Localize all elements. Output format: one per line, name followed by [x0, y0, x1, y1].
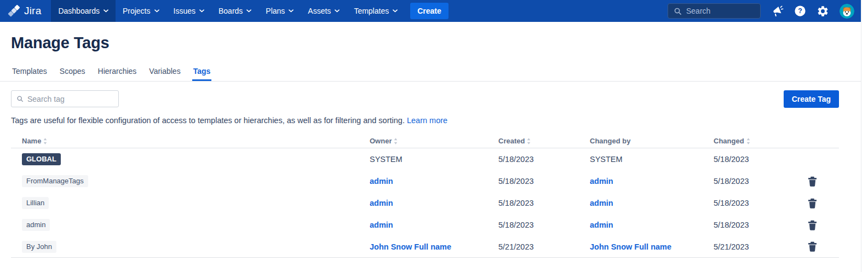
- tag-name-badge: Lillian: [22, 197, 49, 209]
- delete-tag-button[interactable]: [803, 194, 821, 212]
- changed-date: 5/21/2023: [714, 242, 749, 251]
- chevron-down-icon: [199, 9, 204, 13]
- nav-item-plans[interactable]: Plans: [258, 0, 301, 22]
- help-icon: ?: [794, 5, 806, 17]
- owner-link[interactable]: admin: [370, 221, 393, 229]
- trash-icon: [808, 198, 817, 209]
- table-row: By JohnJohn Snow Full name5/21/2023John …: [11, 236, 839, 258]
- vertical-scrollbar[interactable]: [861, 0, 868, 272]
- table-row: adminadmin5/18/2023admin5/18/2023: [11, 214, 839, 236]
- changed-by-link[interactable]: admin: [590, 221, 613, 229]
- created-date: 5/18/2023: [498, 155, 534, 164]
- owner-link[interactable]: John Snow Full name: [370, 242, 451, 251]
- nav-item-issues[interactable]: Issues: [166, 0, 211, 22]
- sort-icon: [746, 138, 750, 144]
- column-label: Changed: [714, 137, 744, 145]
- column-header-owner[interactable]: Owner: [370, 137, 498, 145]
- chevron-down-icon: [246, 9, 251, 13]
- tag-search-input[interactable]: [27, 95, 110, 103]
- jira-logo-icon: [8, 5, 20, 18]
- column-label: Owner: [370, 137, 392, 145]
- tabs: TemplatesScopesHierarchiesVariablesTags: [11, 67, 839, 81]
- nav-item-label: Issues: [174, 7, 196, 15]
- nav-item-dashboards[interactable]: Dashboards: [51, 0, 116, 22]
- help-button[interactable]: ?: [794, 5, 806, 17]
- tab-templates[interactable]: Templates: [11, 67, 48, 81]
- announcement-button[interactable]: [771, 5, 784, 18]
- owner-link[interactable]: admin: [370, 199, 393, 207]
- table-row: FromManageTagsadmin5/18/2023admin5/18/20…: [11, 170, 839, 192]
- nav-item-templates[interactable]: Templates: [347, 0, 405, 22]
- table-header: NameOwnerCreatedChanged byChanged: [11, 134, 839, 148]
- delete-tag-button[interactable]: [803, 172, 821, 190]
- column-header-changed[interactable]: Changed: [714, 137, 801, 145]
- table-row: Lillianadmin5/18/2023admin5/18/2023: [11, 192, 839, 214]
- nav-item-label: Projects: [123, 7, 151, 15]
- chevron-down-icon: [393, 9, 398, 13]
- dog-avatar-icon: [840, 4, 854, 19]
- changed-by-text: SYSTEM: [590, 155, 623, 164]
- settings-button[interactable]: [817, 5, 829, 18]
- nav-item-label: Dashboards: [58, 7, 100, 15]
- gear-icon: [817, 5, 829, 18]
- create-button[interactable]: Create: [410, 3, 449, 19]
- nav-item-assets[interactable]: Assets: [301, 0, 347, 22]
- nav-item-label: Boards: [219, 7, 243, 15]
- top-navbar: Jira DashboardsProjectsIssuesBoardsPlans…: [0, 0, 868, 22]
- created-date: 5/18/2023: [498, 221, 534, 229]
- jira-logo[interactable]: Jira: [0, 0, 51, 22]
- chevron-down-icon: [335, 9, 340, 13]
- global-search-input[interactable]: [686, 7, 752, 15]
- sort-icon: [43, 138, 47, 144]
- delete-tag-button[interactable]: [803, 238, 821, 256]
- tags-table: NameOwnerCreatedChanged byChanged GLOBAL…: [11, 134, 839, 258]
- delete-tag-button[interactable]: [803, 216, 821, 234]
- trash-icon: [808, 220, 817, 230]
- nav-item-projects[interactable]: Projects: [116, 0, 166, 22]
- tab-tags[interactable]: Tags: [192, 67, 212, 81]
- created-date: 5/21/2023: [498, 242, 534, 251]
- nav-item-label: Assets: [308, 7, 331, 15]
- owner-text: SYSTEM: [370, 155, 403, 164]
- tag-name-badge: FromManageTags: [22, 175, 88, 187]
- created-date: 5/18/2023: [498, 199, 534, 207]
- announcement-icon: [771, 5, 784, 18]
- column-header-created[interactable]: Created: [498, 137, 590, 145]
- search-icon: [674, 7, 682, 15]
- column-label: Created: [498, 137, 525, 145]
- sort-icon: [527, 138, 531, 144]
- changed-by-link[interactable]: admin: [590, 177, 613, 186]
- user-avatar[interactable]: [840, 4, 854, 19]
- nav-item-boards[interactable]: Boards: [211, 0, 258, 22]
- page-title: Manage Tags: [11, 32, 839, 53]
- column-label: Name: [22, 137, 41, 145]
- global-search[interactable]: [668, 3, 761, 19]
- changed-by-link[interactable]: John Snow Full name: [590, 242, 671, 251]
- brand-name: Jira: [24, 5, 41, 17]
- changed-date: 5/18/2023: [714, 221, 749, 229]
- owner-link[interactable]: admin: [370, 177, 393, 186]
- chevron-down-icon: [154, 9, 159, 13]
- page-content: Manage Tags TemplatesScopesHierarchiesVa…: [0, 32, 868, 258]
- nav-item-label: Plans: [266, 7, 285, 15]
- tag-search[interactable]: [11, 90, 119, 107]
- created-date: 5/18/2023: [498, 177, 534, 186]
- trash-icon: [808, 241, 817, 252]
- tabs-container: TemplatesScopesHierarchiesVariablesTags: [0, 67, 868, 82]
- tab-variables[interactable]: Variables: [148, 67, 181, 81]
- tab-scopes[interactable]: Scopes: [59, 67, 87, 81]
- tab-hierarchies[interactable]: Hierarchies: [97, 67, 138, 81]
- tags-description: Tags are useful for flexible configurati…: [11, 116, 839, 125]
- nav-item-label: Templates: [354, 7, 389, 15]
- tag-name-badge: GLOBAL: [22, 153, 61, 165]
- table-body: GLOBALSYSTEM5/18/2023SYSTEM5/18/2023From…: [11, 148, 839, 258]
- changed-date: 5/18/2023: [714, 155, 749, 164]
- tag-toolbar: Create Tag: [11, 90, 839, 108]
- create-tag-button[interactable]: Create Tag: [784, 90, 839, 108]
- column-label: Changed by: [590, 137, 630, 145]
- learn-more-link[interactable]: Learn more: [407, 116, 447, 125]
- chevron-down-icon: [289, 9, 294, 13]
- column-header-name[interactable]: Name: [22, 137, 370, 145]
- primary-nav: DashboardsProjectsIssuesBoardsPlansAsset…: [51, 0, 405, 22]
- changed-by-link[interactable]: admin: [590, 199, 613, 207]
